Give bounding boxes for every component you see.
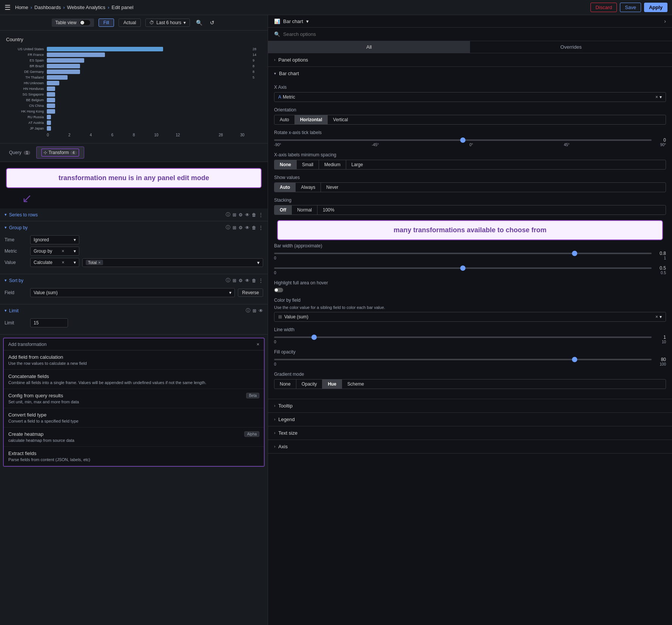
limit-input[interactable] (30, 318, 68, 327)
info-icon[interactable]: ⓘ (226, 211, 230, 218)
delete-icon[interactable]: 🗑 (252, 212, 256, 218)
text-size-header[interactable]: › Text size (268, 426, 672, 440)
bar-chart-options-header[interactable]: ▾ Bar chart (268, 67, 672, 80)
close-icon[interactable]: × (256, 341, 259, 347)
tooltip-header[interactable]: › Tooltip (268, 399, 672, 412)
eye-icon[interactable]: 👁 (245, 212, 250, 218)
section-groupby-header[interactable]: ▾ Group by ⓘ ⊞ ⚙ 👁 🗑 ⋮ (0, 221, 268, 234)
x-axis-select[interactable]: A Metric × ▾ (274, 92, 666, 102)
stack-100[interactable]: 100% (318, 205, 340, 215)
hamburger-icon[interactable]: ☰ (5, 3, 11, 12)
tag-total-remove[interactable]: × (98, 260, 100, 265)
dots-icon[interactable]: ⋮ (259, 225, 263, 230)
show-always[interactable]: Always (296, 183, 321, 192)
filter-icon[interactable]: ⊞ (233, 212, 236, 218)
trans-menu-item[interactable]: Add field from calculation Use the row v… (4, 350, 264, 370)
field-select[interactable]: Value (sum) ▾ (30, 288, 235, 297)
settings-icon[interactable]: ⚙ (239, 212, 243, 218)
eye-icon[interactable]: 👁 (245, 225, 250, 230)
spacing-small[interactable]: Small (297, 160, 319, 169)
gradient-hue[interactable]: Hue (322, 380, 342, 389)
show-never[interactable]: Never (321, 183, 344, 192)
trans-menu-item[interactable]: Convert field type Convert a field to a … (4, 408, 264, 427)
x-icon[interactable]: × (62, 260, 65, 265)
rotate-slider[interactable] (274, 139, 652, 141)
spacing-large[interactable]: Large (346, 160, 368, 169)
gradient-none[interactable]: None (274, 380, 296, 389)
color-by-field-select[interactable]: ⊞ Value (sum) × ▾ (274, 312, 666, 322)
breadcrumb-dashboards[interactable]: Dashboards (34, 5, 61, 10)
orientation-vertical[interactable]: Vertical (328, 115, 353, 124)
clear-icon[interactable]: × (655, 94, 658, 100)
refresh-button[interactable]: ↺ (208, 18, 216, 27)
legend-header[interactable]: › Legend (268, 413, 672, 426)
orientation-horizontal[interactable]: Horizontal (295, 115, 328, 124)
value-select[interactable]: Calculate × ▾ (30, 258, 79, 267)
stack-off[interactable]: Off (274, 205, 292, 215)
info-icon[interactable]: ⓘ (226, 224, 230, 231)
trans-menu-item[interactable]: Extract fields Parse fields from content… (4, 447, 264, 466)
clear-icon[interactable]: × (655, 314, 658, 319)
actual-button[interactable]: Actual (119, 19, 141, 27)
show-auto[interactable]: Auto (274, 183, 296, 192)
section-limit-header[interactable]: ▾ Limit ⓘ ⊞ 👁 (0, 304, 268, 317)
filter-icon[interactable]: ⊞ (233, 278, 236, 283)
settings-icon[interactable]: ⚙ (239, 278, 243, 283)
filter-icon[interactable]: ⊞ (253, 308, 256, 313)
section-sortby-header[interactable]: ▾ Sort by ⓘ ⊞ ⚙ 👁 🗑 ⋮ (0, 274, 268, 287)
tab-query[interactable]: Query 1 (5, 148, 35, 157)
group-width-slider[interactable] (274, 267, 652, 269)
dots-icon[interactable]: ⋮ (259, 278, 263, 283)
spacing-medium[interactable]: Medium (319, 160, 346, 169)
search-input[interactable] (283, 31, 666, 37)
table-view-toggle[interactable]: Table view (52, 19, 94, 27)
tab-all[interactable]: All (268, 41, 470, 53)
value-tags[interactable]: Total × ▾ (82, 258, 263, 267)
highlight-toggle[interactable] (274, 288, 666, 292)
time-select[interactable]: Ignored ▾ (30, 235, 79, 244)
gradient-scheme[interactable]: Scheme (342, 380, 369, 389)
dots-icon[interactable]: ⋮ (259, 212, 263, 218)
settings-icon[interactable]: ⚙ (239, 225, 243, 230)
reverse-button[interactable]: Reverse (238, 289, 263, 297)
axis-header[interactable]: › Axis (268, 440, 672, 453)
trans-menu-item[interactable]: AlphaCreate heatmap calculate heatmap fr… (4, 427, 264, 447)
eye-icon[interactable]: 👁 (259, 308, 263, 313)
fill-opacity-slider[interactable] (274, 359, 652, 360)
apply-button[interactable]: Apply (644, 3, 667, 12)
breadcrumb-analytics[interactable]: Website Analytics (67, 5, 105, 10)
time-range-picker[interactable]: ⏱ Last 6 hours ▾ (145, 19, 190, 27)
discard-button[interactable]: Discard (590, 3, 617, 12)
trans-menu-item[interactable]: Concatenate fields Combine all fields in… (4, 370, 264, 389)
info-icon[interactable]: ⓘ (226, 277, 230, 284)
x-tick: 0 (47, 133, 68, 137)
save-button[interactable]: Save (620, 3, 641, 12)
metric-select[interactable]: Group by × ▾ (30, 247, 79, 256)
panel-options-header[interactable]: › Panel options (268, 53, 672, 66)
eye-icon[interactable]: 👁 (245, 278, 250, 283)
trans-menu-item[interactable]: BetaConfig from query results Set unit, … (4, 389, 264, 408)
tab-transform[interactable]: ⊹ Transform 4 (36, 147, 84, 159)
section-limit-actions: ⓘ ⊞ 👁 (246, 307, 263, 314)
filter-icon[interactable]: ⊞ (233, 225, 236, 230)
tab-overrides[interactable]: Overrides (470, 41, 672, 53)
orientation-auto[interactable]: Auto (274, 115, 295, 124)
delete-icon[interactable]: 🗑 (252, 278, 256, 283)
delete-icon[interactable]: 🗑 (252, 225, 256, 230)
section-series-header[interactable]: ▾ Series to rows ⓘ ⊞ ⚙ 👁 🗑 ⋮ (0, 208, 268, 221)
chart-type-selector[interactable]: 📊 Bar chart ▾ (274, 19, 309, 24)
table-view-switch[interactable] (80, 20, 90, 25)
gradient-opacity[interactable]: Opacity (296, 380, 323, 389)
stack-normal[interactable]: Normal (292, 205, 318, 215)
highlight-switch[interactable] (274, 288, 283, 292)
highlight-label: Highlight full area on hover (274, 280, 666, 285)
breadcrumb-home[interactable]: Home (15, 5, 28, 10)
bar-width-slider[interactable] (274, 253, 652, 254)
expand-icon[interactable]: › (664, 18, 666, 24)
info-icon[interactable]: ⓘ (246, 307, 250, 314)
x-icon[interactable]: × (62, 248, 64, 254)
fill-button[interactable]: Fill (99, 19, 114, 27)
spacing-none[interactable]: None (274, 160, 297, 169)
zoom-button[interactable]: 🔍 (194, 18, 204, 27)
line-width-slider[interactable] (274, 336, 652, 338)
